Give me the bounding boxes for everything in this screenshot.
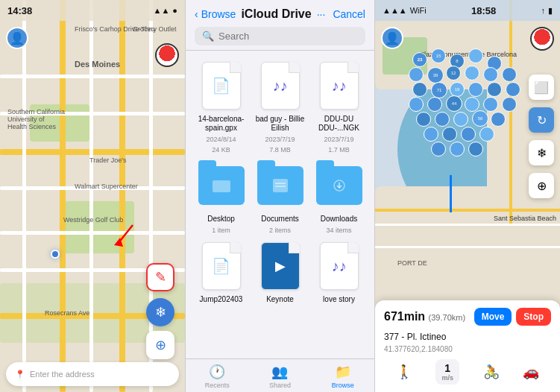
freeze-location-button[interactable]: ❄ <box>146 298 174 326</box>
list-item[interactable]: ♪♪ bad guy - Billie Eilish 2023/7/19 7.8… <box>254 60 306 154</box>
doc-icon-keynote: ▶ <box>261 242 300 290</box>
bike-icon[interactable]: 🚴 <box>483 364 500 380</box>
route-distance: (39.70km) <box>429 313 466 322</box>
files-grid: 📄 14-barcelona-spain.gpx 2024/8/14 24 KB… <box>186 51 374 358</box>
files-search-bar[interactable]: 🔍 <box>195 27 365 45</box>
right-battery-icons: ↑ ▮ <box>541 6 553 16</box>
left-avatar[interactable]: 👤 <box>6 27 28 49</box>
right-status-icons: ▲▲▲ WiFi <box>383 6 427 15</box>
stop-button[interactable]: Stop <box>516 308 551 326</box>
route-duration-distance: 671min (39.70km) <box>384 310 465 323</box>
file-name-documents: Documents <box>261 215 299 224</box>
file-date-badguy: 2023/7/19 <box>265 136 295 143</box>
tab-shared[interactable]: 👥 Shared <box>248 364 311 389</box>
audio-file-icon-2: ♪♪ <box>332 78 347 95</box>
file-count-desktop: 1 item <box>212 227 230 234</box>
file-count-downloads: 34 items <box>326 227 351 234</box>
cluster-dot <box>431 142 446 157</box>
cluster-dot: 23 <box>412 52 427 67</box>
center-map-button[interactable]: ⊕ <box>146 331 174 359</box>
map-label-desmoines: Des Moines <box>75 60 120 69</box>
snowflake-icon: ❄ <box>155 304 166 320</box>
browse-label[interactable]: Browse <box>201 8 236 20</box>
speed-unit: m/s <box>441 374 453 382</box>
list-item[interactable]: ▶ Keynote <box>254 240 306 304</box>
right-map-panel: Plaza Monumental de Barcelona Sant Sebas… <box>375 0 560 392</box>
tab-browse[interactable]: 📁 Browse <box>312 364 374 389</box>
list-item[interactable]: 📄 14-barcelona-spain.gpx 2024/8/14 24 KB <box>195 60 248 154</box>
files-tab-bar: 🕐 Recents 👥 Shared 📁 Browse <box>186 358 374 392</box>
cluster-dot: 19 <box>450 82 465 97</box>
files-more-button[interactable]: ··· <box>317 8 326 20</box>
cluster-dot <box>502 67 517 82</box>
edit-location-button[interactable]: ✎ <box>146 263 174 291</box>
files-cancel-button[interactable]: Cancel <box>333 8 365 20</box>
chevron-left-icon: ‹ <box>195 8 198 20</box>
location-arrow-icon: ↑ <box>541 6 545 15</box>
file-name-downloads: Downloads <box>321 215 357 224</box>
list-item[interactable]: Downloads 34 items <box>312 159 365 234</box>
crosshair-map-button[interactable]: ⊕ <box>529 173 554 198</box>
map-road-v4 <box>89 0 93 392</box>
tab-recents-label: Recents <box>205 382 230 389</box>
left-status-bar: 14:38 ▲▲ ● <box>0 0 185 21</box>
map-label-grocery: Grocery Outlet <box>133 25 177 33</box>
cluster-dot: 39 <box>427 67 444 83</box>
walk-icon[interactable]: 🚶 <box>396 364 412 380</box>
browse-back-button[interactable]: ‹ Browse <box>195 8 236 20</box>
file-name-lovestory: love story <box>323 295 355 304</box>
list-item[interactable]: 📄 Jump202403 <box>195 240 248 304</box>
cluster-dot <box>424 127 438 142</box>
folder-icon-downloads <box>316 166 362 205</box>
file-icon-gpx: 📄 <box>199 60 244 112</box>
cluster-dot <box>453 112 468 127</box>
right-avatar[interactable]: 👤 <box>381 27 403 49</box>
file-name-dddu: DDU-DU DDU-...NGK <box>312 115 365 133</box>
doc-icon-gpx: 📄 <box>202 62 241 110</box>
share-map-button[interactable]: ⬜ <box>529 75 554 100</box>
battery-icon: ▮ <box>548 6 553 16</box>
list-item[interactable]: ♪♪ love story <box>312 240 365 304</box>
route-line <box>450 175 452 212</box>
address-input-placeholder[interactable]: Enter the address <box>30 370 95 379</box>
pokemon-cluster: 23 15 8 39 12 71 19 44 56 <box>405 45 524 164</box>
file-icon-badguy: ♪♪ <box>258 60 303 112</box>
files-navigation: ‹ Browse iCloud Drive ··· Cancel <box>195 7 365 21</box>
refresh-map-button[interactable]: ↻ <box>529 107 554 133</box>
folder-inner-documents <box>257 166 303 205</box>
cluster-dot <box>442 127 457 142</box>
signal-icon: ● <box>172 6 177 15</box>
layers-map-button[interactable]: ❄ <box>529 140 554 165</box>
svg-rect-3 <box>273 179 288 192</box>
route-action-buttons: Move Stop <box>474 308 551 326</box>
left-pokeball[interactable] <box>155 43 179 67</box>
cluster-dot <box>465 97 479 112</box>
move-button[interactable]: Move <box>474 308 512 326</box>
right-map-road-h3 <box>375 246 560 248</box>
cluster-dot <box>409 67 424 82</box>
cluster-dot <box>491 112 506 127</box>
speed-display: 1 m/s <box>435 359 459 385</box>
list-item[interactable]: ♪♪ DDU-DU DDU-...NGK 2023/7/19 1.7 MB <box>312 60 365 154</box>
keynote-file-icon: ▶ <box>275 258 286 274</box>
tab-recents[interactable]: 🕐 Recents <box>186 364 248 389</box>
cluster-dot <box>465 66 479 80</box>
file-icon-lovestory: ♪♪ <box>317 240 362 292</box>
wifi-icon: ▲▲ <box>154 6 170 15</box>
lovestory-file-icon: ♪♪ <box>332 258 347 275</box>
address-search-bar[interactable]: 📍 Enter the address <box>6 362 179 386</box>
map-label-socal: Southern CaliforniaUniversity ofHealth S… <box>7 108 65 130</box>
share-icon: ⬜ <box>534 80 549 95</box>
cluster-dot <box>487 82 502 97</box>
cluster-dot: 12 <box>446 66 461 80</box>
right-status-time: 18:58 <box>471 5 496 16</box>
list-item[interactable]: Documents 2 items <box>254 159 306 234</box>
search-input[interactable] <box>218 31 358 42</box>
left-map-panel: Frisco's Carhop Drive-Thru Grocery Outle… <box>0 0 185 392</box>
list-item[interactable]: Desktop 1 item <box>195 159 248 234</box>
car-icon[interactable]: 🚗 <box>523 364 539 380</box>
cluster-dot: 15 <box>431 48 446 63</box>
file-icon-dddu: ♪♪ <box>317 60 362 112</box>
doc-icon-jump: 📄 <box>202 242 241 290</box>
right-pokeball[interactable] <box>530 27 554 51</box>
